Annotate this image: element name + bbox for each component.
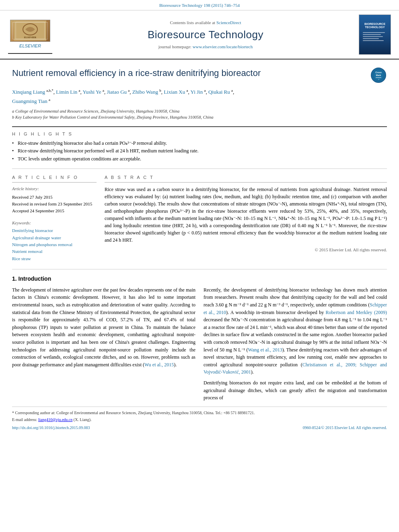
journal-center: Contents lists available at ScienceDirec… (52, 20, 359, 50)
footer-links: http://dx.doi.org/10.1016/j.biortech.201… (12, 425, 387, 431)
svg-point-2 (23, 24, 37, 35)
elsevier-logo-area: ELSEVIER ELSEVIER (8, 16, 52, 54)
svg-text:Mark: Mark (376, 74, 382, 76)
sciencedirect-link[interactable]: ScienceDirect (216, 20, 241, 25)
highlight-item: Rice-straw denitrifying bioreactor perfo… (12, 148, 387, 154)
copyright-line: © 2015 Elsevier Ltd. All rights reserved… (105, 247, 387, 253)
cover-title: BIORESOURCETECHNOLOGY (364, 23, 385, 29)
author-zhibo[interactable]: Zhibo Wang (132, 89, 158, 95)
ref-wu-2015[interactable]: Wu et al., 2015 (144, 362, 174, 368)
svg-rect-0 (14, 21, 46, 41)
ref-robertson-2009[interactable]: Robertson and Merkley (2009) (326, 310, 387, 315)
cover-decorative (363, 31, 387, 47)
info-abstract-section: A R T I C L E I N F O Article history: R… (12, 175, 387, 263)
intro-col-right: Recently, the development of denitrifyin… (204, 286, 387, 402)
svg-text:✓: ✓ (378, 78, 379, 80)
intro-right-text: Recently, the development of denitrifyin… (204, 286, 387, 376)
author-yi[interactable]: Yi Jin (191, 89, 203, 95)
journal-cover-image: BIORESOURCETECHNOLOGY (359, 14, 391, 55)
introduction-title: 1. Introduction (12, 275, 387, 283)
svg-text:ELSEVIER: ELSEVIER (24, 36, 37, 39)
email-note: E-mail address: liang410@zju.edu.cn (X. … (12, 417, 387, 423)
intro-right-text2: Denitrifying bioreactors do not require … (204, 379, 387, 402)
highlights-section: H I G H L I G H T S Rice-straw denitrify… (12, 126, 387, 169)
sciencedirect-line: Contents lists available at ScienceDirec… (60, 20, 351, 26)
ref-wang-2013[interactable]: Wang et al., 2013 (248, 347, 282, 353)
issn-text: 0960-8524/© 2015 Elsevier Ltd. All right… (303, 425, 387, 431)
crossmark-badge[interactable]: Cross Mark ✓ (371, 68, 387, 84)
affiliation-a: a College of Environmental and Resource … (12, 108, 387, 115)
received-date: Received 27 July 2015 (12, 194, 97, 200)
introduction-body: The development of intensive agriculture… (12, 286, 387, 402)
abstract-label: A B S T R A C T (105, 175, 387, 183)
main-content: Nutrient removal efficiency in a rice-st… (0, 60, 399, 438)
doi-link[interactable]: http://dx.doi.org/10.1016/j.biortech.201… (12, 425, 90, 431)
revised-date: Received in revised form 23 September 20… (12, 201, 97, 207)
elsevier-label: ELSEVIER (19, 43, 41, 49)
highlights-label: H I G H L I G H T S (12, 131, 387, 137)
author-lixian[interactable]: Lixian Xu (164, 89, 185, 95)
author-xinqiang[interactable]: Xinqiang Liang (12, 89, 45, 95)
author-jiatao[interactable]: Jiatao Gu (107, 89, 127, 95)
elsevier-image: ELSEVIER (10, 20, 50, 42)
accepted-date: Accepted 24 September 2015 (12, 208, 97, 214)
intro-col-left: The development of intensive agriculture… (12, 286, 195, 402)
corresponding-note: * Corresponding author at: College of En… (12, 410, 387, 416)
homepage-link[interactable]: www.elsevier.com/locate/biortech (193, 44, 253, 49)
keywords-section: Keywords: Denitrifying bioreactor Agricu… (12, 220, 97, 262)
journal-citation: Bioresource Technology 198 (2015) 746–75… (159, 3, 240, 8)
abstract-column: A B S T R A C T Rice straw was used as a… (105, 175, 387, 263)
author-qiukai[interactable]: Qiukai Ru (208, 89, 230, 95)
author-guangming[interactable]: Guangming Tian (12, 98, 47, 104)
journal-header: ELSEVIER ELSEVIER Contents lists availab… (0, 10, 399, 60)
journal-citation-bar: Bioresource Technology 198 (2015) 746–75… (0, 0, 399, 10)
section-divider (12, 269, 387, 269)
keyword-2: Agricultural drainage water (12, 235, 97, 241)
intro-left-text: The development of intensive agriculture… (12, 286, 195, 369)
journal-title: Bioresource Technology (60, 27, 351, 42)
author-limin[interactable]: Limin Lin (56, 89, 77, 95)
svg-text:Cross: Cross (375, 71, 382, 74)
highlight-item: TOC levels under optimum operation condi… (12, 156, 387, 162)
highlight-item: Rice-straw denitrifying bioreactor also … (12, 140, 387, 147)
article-info-column: A R T I C L E I N F O Article history: R… (12, 175, 97, 263)
abstract-text: Rice straw was used as a carbon source i… (105, 186, 387, 244)
email-link[interactable]: liang410@zju.edu.cn (38, 417, 72, 422)
keyword-3: Nitrogen and phosphorus removal (12, 242, 97, 248)
keyword-5: Rice straw (12, 256, 97, 262)
article-title-section: Nutrient removal efficiency in a rice-st… (12, 68, 387, 84)
author-yushi[interactable]: Yushi Ye (83, 89, 101, 95)
keywords-label: Keywords: (12, 220, 97, 226)
journal-homepage: journal homepage: www.elsevier.com/locat… (60, 44, 351, 50)
affiliation-b: b Key Laboratory for Water Pollution Con… (12, 114, 387, 121)
authors-line: Xinqiang Liang a,b,*, Limin Lin a, Yushi… (12, 88, 387, 105)
keyword-4: Nutrient removal (12, 249, 97, 255)
footer-section: * Corresponding author at: College of En… (12, 407, 387, 431)
article-info-label: A R T I C L E I N F O (12, 175, 97, 183)
article-title: Nutrient removal efficiency in a rice-st… (12, 68, 365, 79)
crossmark-circle: Cross Mark ✓ (371, 68, 386, 83)
affiliations: a College of Environmental and Resource … (12, 108, 387, 121)
highlights-list: Rice-straw denitrifying bioreactor also … (12, 140, 387, 162)
keyword-1: Denitrifying bioreactor (12, 228, 97, 234)
history-label: Article history: (12, 186, 97, 192)
svg-rect-1 (16, 22, 45, 39)
ref-christianson-2009[interactable]: Christianson et al., 2009; Schipper and … (204, 362, 387, 375)
